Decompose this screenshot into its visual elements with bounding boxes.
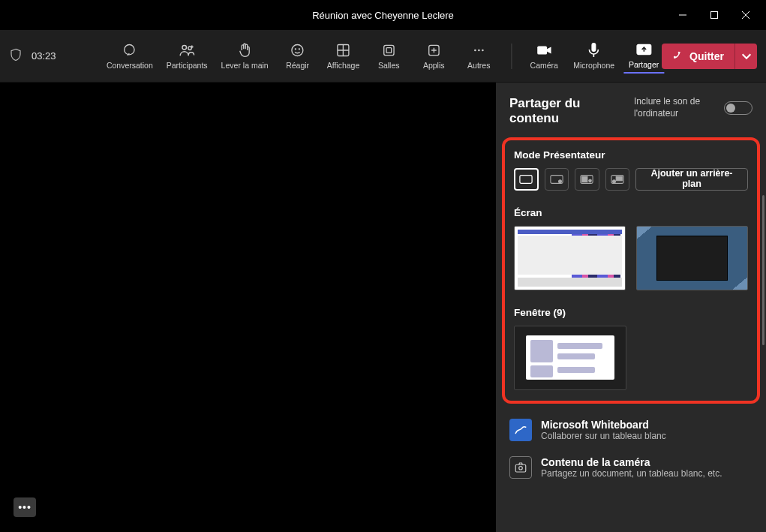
panel-scrollbar[interactable] (762, 195, 764, 345)
whiteboard-title: Microsoft Whiteboard (541, 419, 666, 431)
svg-point-4 (125, 45, 134, 55)
svg-rect-31 (582, 176, 587, 182)
microphone-icon (588, 42, 600, 59)
camera-icon (536, 42, 552, 59)
presenter-mode-reporter[interactable] (605, 168, 629, 191)
window-section-title: Fenêtre (9) (514, 307, 748, 318)
close-button[interactable] (730, 1, 761, 29)
maximize-button[interactable] (698, 1, 730, 29)
minimize-button[interactable] (667, 1, 698, 29)
include-audio-row: Inclure le son de l'ordinateur (634, 96, 752, 119)
svg-rect-1 (711, 12, 718, 19)
include-audio-toggle[interactable] (724, 101, 752, 115)
svg-rect-23 (537, 47, 547, 55)
leave-button[interactable]: Quitter (662, 44, 757, 69)
raise-hand-button[interactable]: Lever la main (217, 39, 273, 73)
svg-point-35 (612, 180, 615, 183)
hangup-icon (672, 50, 684, 62)
svg-point-10 (296, 49, 296, 50)
window-thumbnail[interactable] (514, 326, 626, 390)
svg-point-21 (478, 50, 480, 52)
shield-icon[interactable] (9, 48, 23, 65)
view-button[interactable]: Affichage (323, 39, 365, 73)
svg-rect-34 (616, 176, 622, 180)
screen-1-thumbnail[interactable] (514, 226, 626, 290)
emoji-icon (290, 42, 305, 59)
whiteboard-option[interactable]: Microsoft Whiteboard Collaborer sur un t… (496, 411, 766, 449)
svg-rect-15 (384, 45, 394, 55)
rooms-icon (381, 42, 396, 59)
svg-point-9 (292, 45, 303, 56)
add-background-button[interactable]: Ajouter un arrière-plan (635, 168, 748, 191)
share-button[interactable]: Partager (623, 38, 664, 74)
floating-more-button[interactable]: ••• (14, 497, 36, 517)
highlighted-share-options: Mode Présentateur Ajouter un arrière-pla… (502, 137, 760, 404)
whiteboard-subtitle: Collaborer sur un tableau blanc (541, 431, 666, 441)
hand-icon (238, 42, 251, 59)
window-controls (667, 1, 761, 29)
meeting-toolbar: 03:23 Conversation Participants Lever la… (0, 30, 766, 83)
presenter-mode-standout[interactable] (545, 168, 569, 191)
chat-icon (122, 42, 137, 59)
video-area: ••• (0, 83, 496, 532)
presenter-mode-content-only[interactable] (514, 168, 539, 191)
presenter-mode-title: Mode Présentateur (514, 149, 748, 161)
ellipsis-icon (471, 42, 486, 59)
camera-content-icon (509, 456, 532, 479)
svg-point-11 (299, 49, 300, 50)
presenter-mode-side-by-side[interactable] (575, 168, 599, 191)
whiteboard-icon (509, 419, 532, 441)
svg-point-5 (182, 46, 187, 50)
camera-content-option[interactable]: Contenu de la caméra Partagez un documen… (496, 449, 766, 486)
svg-rect-16 (386, 48, 392, 53)
svg-rect-24 (592, 43, 596, 52)
grid-icon (335, 42, 350, 59)
camera-button[interactable]: Caméra (524, 39, 564, 73)
leave-label: Quitter (689, 50, 724, 62)
meeting-title: Réunion avec Cheyenne Leclere (312, 10, 454, 21)
svg-rect-27 (520, 175, 532, 183)
screen-section-title: Écran (514, 207, 748, 218)
camera-content-title: Contenu de la caméra (541, 456, 722, 468)
screen-2-thumbnail[interactable] (636, 226, 748, 290)
plus-square-icon (426, 42, 441, 59)
share-panel-title: Partager du contenu (509, 96, 607, 127)
camera-content-subtitle: Partagez un document, un tableau blanc, … (541, 468, 722, 479)
svg-point-29 (558, 180, 561, 183)
titlebar: Réunion avec Cheyenne Leclere (0, 0, 766, 30)
microphone-button[interactable]: Microphone (569, 39, 619, 73)
people-icon (179, 42, 195, 59)
call-timer: 03:23 (32, 50, 56, 62)
participants-button[interactable]: Participants (162, 39, 212, 73)
apps-button[interactable]: Applis (413, 39, 454, 73)
svg-point-32 (589, 179, 592, 182)
more-button[interactable]: Autres (458, 39, 499, 73)
svg-point-20 (474, 50, 476, 52)
rooms-button[interactable]: Salles (368, 39, 409, 73)
svg-point-37 (519, 466, 523, 470)
react-button[interactable]: Réagir (278, 39, 318, 73)
share-content-panel: Partager du contenu Inclure le son de l'… (496, 83, 766, 532)
leave-dropdown[interactable] (734, 44, 757, 69)
chevron-down-icon (740, 50, 752, 62)
conversation-button[interactable]: Conversation (102, 39, 158, 73)
share-screen-icon (635, 41, 652, 58)
svg-rect-36 (515, 464, 526, 472)
toolbar-divider (511, 44, 512, 69)
include-audio-label: Inclure le son de l'ordinateur (634, 96, 716, 119)
svg-point-22 (482, 50, 484, 52)
main-area: ••• Partager du contenu Inclure le son d… (0, 83, 766, 532)
